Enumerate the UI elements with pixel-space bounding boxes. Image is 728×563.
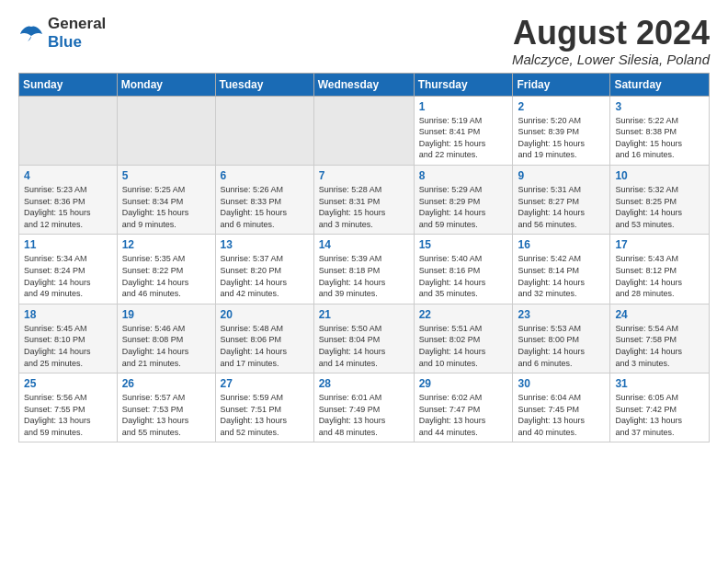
day-number: 21 (319, 308, 409, 321)
day-number: 1 (419, 100, 508, 113)
calendar-day-cell: 26Sunrise: 5:57 AM Sunset: 7:53 PM Dayli… (117, 373, 215, 442)
calendar-day-cell: 17Sunrise: 5:43 AM Sunset: 8:12 PM Dayli… (610, 235, 710, 304)
weekday-header: Thursday (414, 73, 513, 96)
day-number: 27 (221, 377, 309, 390)
day-number: 30 (518, 377, 605, 390)
calendar-day-cell (215, 96, 313, 165)
calendar-day-cell: 2Sunrise: 5:20 AM Sunset: 8:39 PM Daylig… (513, 96, 610, 165)
day-number: 31 (615, 377, 704, 390)
calendar-day-cell (313, 96, 414, 165)
calendar-day-cell: 8Sunrise: 5:29 AM Sunset: 8:29 PM Daylig… (414, 165, 513, 234)
logo-text: General Blue (48, 15, 106, 52)
calendar-day-cell: 5Sunrise: 5:25 AM Sunset: 8:34 PM Daylig… (117, 165, 215, 234)
day-detail: Sunrise: 5:23 AM Sunset: 8:36 PM Dayligh… (24, 184, 112, 230)
day-detail: Sunrise: 6:01 AM Sunset: 7:49 PM Dayligh… (319, 392, 409, 438)
calendar-day-cell: 10Sunrise: 5:32 AM Sunset: 8:25 PM Dayli… (610, 165, 710, 234)
day-number: 22 (419, 308, 508, 321)
calendar-day-cell: 23Sunrise: 5:53 AM Sunset: 8:00 PM Dayli… (513, 304, 610, 373)
calendar-day-cell: 20Sunrise: 5:48 AM Sunset: 8:06 PM Dayli… (215, 304, 313, 373)
calendar-day-cell: 6Sunrise: 5:26 AM Sunset: 8:33 PM Daylig… (215, 165, 313, 234)
day-number: 6 (221, 169, 309, 182)
day-detail: Sunrise: 5:31 AM Sunset: 8:27 PM Dayligh… (518, 184, 605, 230)
day-number: 5 (122, 169, 210, 182)
day-detail: Sunrise: 5:54 AM Sunset: 7:58 PM Dayligh… (615, 323, 704, 369)
calendar-week-row: 25Sunrise: 5:56 AM Sunset: 7:55 PM Dayli… (19, 373, 710, 442)
day-detail: Sunrise: 5:45 AM Sunset: 8:10 PM Dayligh… (24, 323, 112, 369)
day-detail: Sunrise: 5:34 AM Sunset: 8:24 PM Dayligh… (24, 253, 112, 299)
calendar-day-cell: 21Sunrise: 5:50 AM Sunset: 8:04 PM Dayli… (313, 304, 414, 373)
day-detail: Sunrise: 5:28 AM Sunset: 8:31 PM Dayligh… (319, 184, 409, 230)
logo-general: General (48, 15, 106, 32)
day-detail: Sunrise: 5:53 AM Sunset: 8:00 PM Dayligh… (518, 323, 605, 369)
calendar-day-cell: 1Sunrise: 5:19 AM Sunset: 8:41 PM Daylig… (414, 96, 513, 165)
day-detail: Sunrise: 5:48 AM Sunset: 8:06 PM Dayligh… (221, 323, 309, 369)
calendar-week-row: 11Sunrise: 5:34 AM Sunset: 8:24 PM Dayli… (19, 235, 710, 304)
logo-bird-icon (18, 23, 44, 43)
day-number: 9 (518, 169, 605, 182)
day-detail: Sunrise: 5:25 AM Sunset: 8:34 PM Dayligh… (122, 184, 210, 230)
day-number: 26 (122, 377, 210, 390)
day-number: 25 (24, 377, 112, 390)
calendar-day-cell: 3Sunrise: 5:22 AM Sunset: 8:38 PM Daylig… (610, 96, 710, 165)
calendar-week-row: 4Sunrise: 5:23 AM Sunset: 8:36 PM Daylig… (19, 165, 710, 234)
calendar-day-cell: 25Sunrise: 5:56 AM Sunset: 7:55 PM Dayli… (19, 373, 118, 442)
weekday-header: Monday (117, 73, 215, 96)
page: General Blue August 2024 Malczyce, Lower… (0, 0, 728, 452)
day-detail: Sunrise: 5:39 AM Sunset: 8:18 PM Dayligh… (319, 253, 409, 299)
calendar-location: Malczyce, Lower Silesia, Poland (512, 52, 710, 67)
day-number: 23 (518, 308, 605, 321)
calendar-day-cell: 12Sunrise: 5:35 AM Sunset: 8:22 PM Dayli… (117, 235, 215, 304)
day-detail: Sunrise: 5:57 AM Sunset: 7:53 PM Dayligh… (122, 392, 210, 438)
logo: General Blue (18, 15, 106, 52)
calendar-header-row: SundayMondayTuesdayWednesdayThursdayFrid… (19, 73, 710, 96)
weekday-header: Saturday (610, 73, 710, 96)
day-number: 16 (518, 238, 605, 251)
day-number: 18 (24, 308, 112, 321)
calendar-day-cell: 14Sunrise: 5:39 AM Sunset: 8:18 PM Dayli… (313, 235, 414, 304)
calendar-week-row: 18Sunrise: 5:45 AM Sunset: 8:10 PM Dayli… (19, 304, 710, 373)
day-number: 15 (419, 238, 508, 251)
calendar-day-cell: 31Sunrise: 6:05 AM Sunset: 7:42 PM Dayli… (610, 373, 710, 442)
calendar-day-cell: 9Sunrise: 5:31 AM Sunset: 8:27 PM Daylig… (513, 165, 610, 234)
day-detail: Sunrise: 5:50 AM Sunset: 8:04 PM Dayligh… (319, 323, 409, 369)
calendar-day-cell: 4Sunrise: 5:23 AM Sunset: 8:36 PM Daylig… (19, 165, 118, 234)
header: General Blue August 2024 Malczyce, Lower… (18, 15, 710, 67)
calendar-day-cell: 7Sunrise: 5:28 AM Sunset: 8:31 PM Daylig… (313, 165, 414, 234)
day-detail: Sunrise: 5:29 AM Sunset: 8:29 PM Dayligh… (419, 184, 508, 230)
calendar-day-cell: 30Sunrise: 6:04 AM Sunset: 7:45 PM Dayli… (513, 373, 610, 442)
weekday-header: Sunday (19, 73, 118, 96)
day-number: 24 (615, 308, 704, 321)
calendar-day-cell: 18Sunrise: 5:45 AM Sunset: 8:10 PM Dayli… (19, 304, 118, 373)
title-block: August 2024 Malczyce, Lower Silesia, Pol… (512, 15, 710, 67)
day-number: 17 (615, 238, 704, 251)
day-detail: Sunrise: 6:04 AM Sunset: 7:45 PM Dayligh… (518, 392, 605, 438)
day-number: 7 (319, 169, 409, 182)
calendar-day-cell: 22Sunrise: 5:51 AM Sunset: 8:02 PM Dayli… (414, 304, 513, 373)
logo-blue: Blue (48, 33, 82, 51)
day-detail: Sunrise: 5:43 AM Sunset: 8:12 PM Dayligh… (615, 253, 704, 299)
calendar-table: SundayMondayTuesdayWednesdayThursdayFrid… (18, 73, 710, 443)
day-detail: Sunrise: 5:22 AM Sunset: 8:38 PM Dayligh… (615, 115, 704, 161)
day-detail: Sunrise: 5:19 AM Sunset: 8:41 PM Dayligh… (419, 115, 508, 161)
day-number: 8 (419, 169, 508, 182)
weekday-header: Friday (513, 73, 610, 96)
day-detail: Sunrise: 5:40 AM Sunset: 8:16 PM Dayligh… (419, 253, 508, 299)
calendar-day-cell: 11Sunrise: 5:34 AM Sunset: 8:24 PM Dayli… (19, 235, 118, 304)
day-detail: Sunrise: 5:42 AM Sunset: 8:14 PM Dayligh… (518, 253, 605, 299)
day-number: 4 (24, 169, 112, 182)
calendar-day-cell (19, 96, 118, 165)
weekday-header: Tuesday (215, 73, 313, 96)
calendar-day-cell: 15Sunrise: 5:40 AM Sunset: 8:16 PM Dayli… (414, 235, 513, 304)
day-detail: Sunrise: 5:32 AM Sunset: 8:25 PM Dayligh… (615, 184, 704, 230)
day-detail: Sunrise: 5:20 AM Sunset: 8:39 PM Dayligh… (518, 115, 605, 161)
day-detail: Sunrise: 5:59 AM Sunset: 7:51 PM Dayligh… (221, 392, 309, 438)
day-number: 19 (122, 308, 210, 321)
calendar-day-cell (117, 96, 215, 165)
day-number: 20 (221, 308, 309, 321)
calendar-day-cell: 16Sunrise: 5:42 AM Sunset: 8:14 PM Dayli… (513, 235, 610, 304)
day-number: 2 (518, 100, 605, 113)
calendar-day-cell: 27Sunrise: 5:59 AM Sunset: 7:51 PM Dayli… (215, 373, 313, 442)
day-detail: Sunrise: 5:37 AM Sunset: 8:20 PM Dayligh… (221, 253, 309, 299)
day-detail: Sunrise: 6:02 AM Sunset: 7:47 PM Dayligh… (419, 392, 508, 438)
day-number: 10 (615, 169, 704, 182)
